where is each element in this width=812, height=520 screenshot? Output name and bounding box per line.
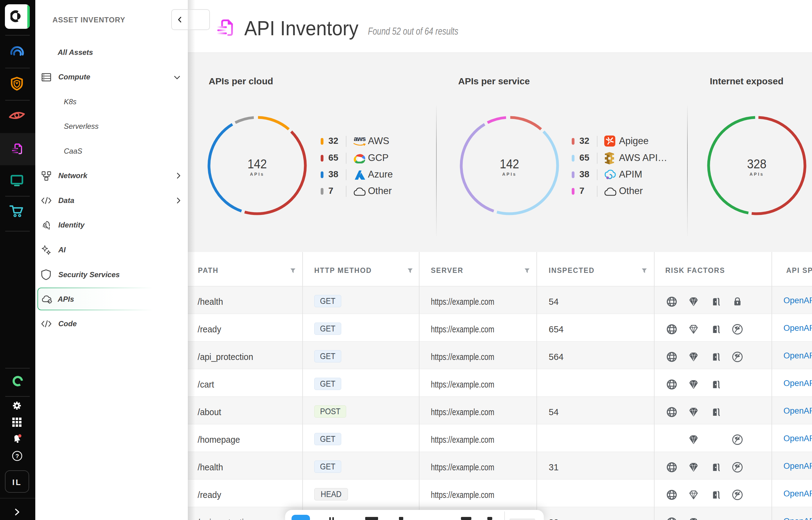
svg-text:?: ? bbox=[15, 453, 19, 459]
